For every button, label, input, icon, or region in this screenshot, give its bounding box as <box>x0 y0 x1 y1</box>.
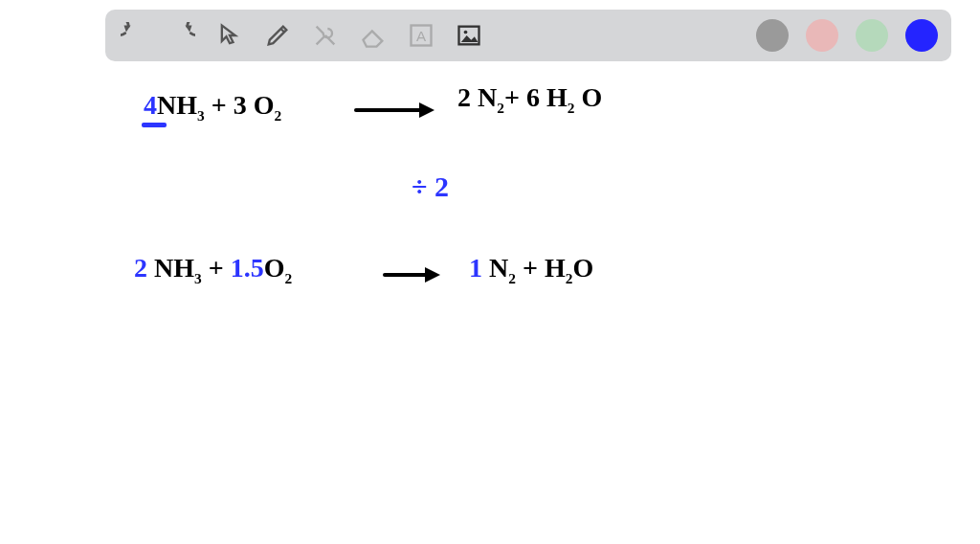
tools-button[interactable] <box>310 20 341 51</box>
equation-1-lhs: 4NH3 + 3 O2 <box>144 92 281 119</box>
undo-icon <box>121 22 147 49</box>
cursor-button[interactable] <box>214 20 245 51</box>
image-icon <box>456 22 482 49</box>
svg-point-3 <box>464 31 468 34</box>
image-button[interactable] <box>454 20 484 51</box>
coef-4: 4 <box>144 90 157 120</box>
pencil-icon <box>264 22 291 49</box>
drawing-canvas[interactable]: 4NH3 + 3 O2 2 N2+ 6 H2 O ÷ 2 2 NH3 + 1.5… <box>0 67 980 544</box>
color-green-swatch[interactable] <box>856 19 888 52</box>
tools-icon <box>312 22 339 49</box>
divide-note: ÷ 2 <box>412 172 449 201</box>
color-blue-swatch[interactable] <box>905 19 938 52</box>
equation-2-lhs: 2 NH3 + 1.5O2 <box>134 255 292 282</box>
equation-2-arrow <box>383 259 440 285</box>
eraser-icon <box>360 22 387 49</box>
text-icon: A <box>408 22 434 49</box>
drawing-toolbar: A <box>105 10 951 61</box>
coef-1p5: 1.5 <box>231 253 264 283</box>
equation-1-rhs: 2 N2+ 6 H2 O <box>457 84 602 111</box>
undo-button[interactable] <box>119 20 149 51</box>
redo-button[interactable] <box>167 20 197 51</box>
eraser-button[interactable] <box>358 20 389 51</box>
redo-icon <box>168 22 195 49</box>
coef-1: 1 <box>469 253 482 283</box>
cursor-icon <box>216 22 243 49</box>
color-pink-swatch[interactable] <box>806 19 838 52</box>
equation-1-arrow <box>354 94 434 121</box>
color-gray-swatch[interactable] <box>756 19 789 52</box>
coef-2: 2 <box>134 253 147 283</box>
equation-2-rhs: 1 N2 + H2O <box>469 255 593 282</box>
text-button[interactable]: A <box>406 20 436 51</box>
svg-text:A: A <box>416 28 427 44</box>
coef-4-underline <box>142 123 167 127</box>
pencil-button[interactable] <box>262 20 293 51</box>
